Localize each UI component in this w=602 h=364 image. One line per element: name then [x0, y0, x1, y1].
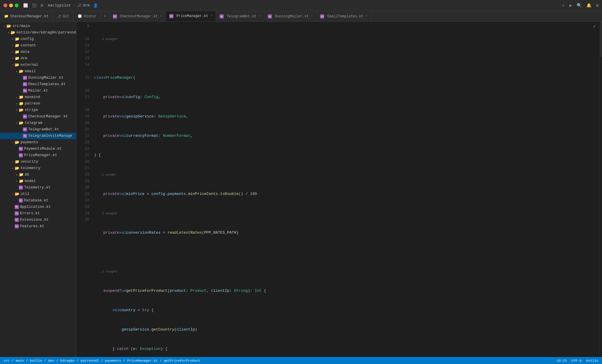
sidebar-item-src-main[interactable]: ▾ 📂 src/main — [0, 23, 76, 29]
user-add-icon[interactable]: 👤 — [93, 3, 98, 8]
chevron-down-icon: ▾ — [11, 140, 15, 144]
spacer — [19, 89, 23, 93]
sidebar-item-telemetry-kt[interactable]: kt Telemetry.kt — [0, 184, 76, 191]
spacer — [11, 224, 15, 228]
code-content[interactable]: 4 usages class PriceManager( private val… — [92, 22, 600, 357]
folder-icon: 📂 — [15, 192, 19, 196]
close-icon[interactable]: × — [210, 14, 212, 18]
sidebar-item-content[interactable]: ▸ 📁 content — [0, 42, 76, 49]
sidebar-item-telemetry[interactable]: ▾ 📂 telemetry — [0, 165, 76, 171]
close-icon[interactable]: × — [160, 15, 162, 18]
chevron-right-icon: ▸ — [15, 179, 19, 183]
files-label: CheckoutManager.kt — [10, 14, 49, 18]
sidebar-item-stripe[interactable]: ▾ 📂 stripe — [0, 107, 76, 113]
sidebar-item-telegram-invite-manager[interactable]: kt TelegramInviteManage — [0, 133, 76, 139]
lightning-icon[interactable]: ⚡ — [562, 3, 565, 9]
sidebar-item-errors[interactable]: kt Errors.kt — [0, 210, 76, 217]
code-line: private val currencyFormat: NumberFormat… — [94, 133, 600, 139]
folder-icon: 📂 — [6, 24, 11, 28]
sidebar-item-checkout-manager[interactable]: kt CheckoutManager.kt — [0, 113, 76, 120]
chevron-right-icon: ▸ — [15, 102, 19, 106]
cursor-position[interactable]: 33:25 — [557, 359, 567, 363]
tab-email-templates[interactable]: kt EmailTemplates.kt × — [317, 11, 371, 21]
maximize-button[interactable] — [15, 4, 19, 7]
minimap-slider[interactable] — [600, 22, 602, 57]
close-icon[interactable]: × — [366, 15, 367, 18]
sidebar-item-external[interactable]: ▾ 📂 external — [0, 62, 76, 68]
tab-git[interactable]: ⎇ Git — [53, 11, 74, 21]
sidebar-item-drm[interactable]: ▸ 📁 drm — [0, 55, 76, 62]
code-line: private val conversionRates = readLatest… — [94, 230, 600, 236]
sidebar-item-security[interactable]: ▸ 📁 security — [0, 159, 76, 165]
split-icon[interactable]: ⊞ — [41, 3, 43, 8]
file-icon: kt — [23, 114, 27, 119]
spacer — [19, 127, 23, 132]
language[interactable]: Kotlin — [586, 359, 598, 363]
file-icon: kt — [19, 153, 23, 157]
sidebar-item-extensions[interactable]: kt Extensions.kt — [0, 217, 76, 223]
sidebar-item-payments-module[interactable]: kt PaymentsModule.kt — [0, 146, 76, 152]
sidebar-toggle-icon[interactable]: ⬜ — [23, 3, 28, 8]
main-content: ▾ 📂 src/main ▾ 📂 kotlin/dev/kdrag0n/patr… — [0, 22, 602, 357]
close-button[interactable] — [4, 4, 7, 7]
sidebar-item-maxmind[interactable]: ▸ 📁 maxmind — [0, 94, 76, 100]
tab-telegram-bot[interactable]: kt TelegramBot.kt × — [216, 11, 264, 21]
tab-files[interactable]: 📁 CheckoutManager.kt — [0, 11, 53, 21]
settings-icon[interactable]: ⚙ — [596, 3, 598, 8]
breadcrumb: src / main / kotlin / dev / kdrag0n / pa… — [4, 359, 200, 363]
chevron-down-icon: ▾ — [15, 108, 19, 112]
tab-label: EmailTemplates.kt — [327, 14, 363, 18]
encoding[interactable]: UTF-8 — [571, 359, 582, 363]
file-icon: kt — [23, 127, 27, 132]
new-tab-button[interactable]: + — [101, 11, 109, 21]
sidebar-item-data[interactable]: ▸ 📁 data — [0, 49, 76, 55]
spacer — [15, 147, 19, 151]
minimize-button[interactable] — [9, 4, 13, 7]
sidebar-item-mailer[interactable]: kt Mailer.kt — [0, 87, 76, 94]
tab-dunning-mailer[interactable]: kt DunningMailer.kt × — [264, 11, 317, 21]
sidebar-item-kotlin[interactable]: ▾ 📂 kotlin/dev/kdrag0n/patreondl — [0, 29, 76, 36]
file-icon: kt — [320, 14, 324, 18]
sidebar-item-db[interactable]: ▸ 📁 db — [0, 171, 76, 178]
tab-bar: 📁 CheckoutManager.kt ⎇ Git 🕐 Histor + kt… — [0, 11, 602, 22]
bell-icon[interactable]: 🔔 — [586, 3, 591, 8]
file-icon: kt — [15, 205, 19, 209]
git-icon: ⎇ — [77, 3, 81, 8]
sidebar-item-price-manager[interactable]: kt PriceManager.kt — [0, 152, 76, 159]
app-title: earlypilot · ⎇ drm 👤 — [48, 3, 98, 8]
sidebar-item-database[interactable]: kt Database.kt — [0, 197, 76, 204]
spacer — [19, 114, 23, 119]
close-icon[interactable]: × — [311, 15, 313, 18]
code-view[interactable]: 9 10 11 12 13 14 15 16 17 18 19 20 21 22… — [76, 22, 602, 357]
file-icon: kt — [23, 76, 27, 80]
sidebar-item-patreon[interactable]: ▸ 📁 patreon — [0, 100, 76, 107]
search-icon[interactable]: 🔍 — [577, 3, 582, 8]
sidebar-item-telegram-bot[interactable]: kt TelegramBot.kt — [0, 126, 76, 133]
folder-icon: 📂 — [15, 166, 19, 171]
title-bar: ⬜ ⬛ ⊞ earlypilot · ⎇ drm 👤 ⚡ ▶ 🔍 🔔 ⚙ — [0, 0, 602, 11]
sidebar-item-model[interactable]: ▸ 📁 model — [0, 178, 76, 184]
folder-icon: 📂 — [15, 140, 19, 145]
code-editor[interactable]: ✓ 9 10 11 12 13 14 15 16 17 18 19 20 21 — [76, 22, 602, 357]
sidebar-item-payments[interactable]: ▾ 📂 payments — [0, 139, 76, 146]
close-icon[interactable]: × — [259, 15, 260, 18]
sidebar-item-email[interactable]: ▾ 📂 email — [0, 68, 76, 75]
sidebar-item-features[interactable]: kt Features.kt — [0, 223, 76, 230]
sidebar-item-dunning-mailer[interactable]: kt DunningMailer.kt — [0, 75, 76, 81]
chevron-down-icon: ▾ — [6, 31, 11, 35]
sidebar-item-application[interactable]: kt Application.kt — [0, 204, 76, 210]
folder-icon: 📁 — [15, 56, 19, 61]
tab-price-manager[interactable]: kt PriceManager.kt × — [166, 11, 216, 21]
sidebar-item-util[interactable]: ▾ 📂 util — [0, 191, 76, 197]
sidebar-item-telegram[interactable]: ▾ 📂 telegram — [0, 120, 76, 126]
tab-checkout-manager[interactable]: kt CheckoutManager.kt × — [109, 11, 166, 21]
chevron-down-icon: ▾ — [11, 192, 15, 196]
sidebar-item-email-templates[interactable]: kt EmailTemplates.kt — [0, 81, 76, 87]
chevron-right-icon: ▸ — [11, 37, 15, 41]
run-icon[interactable]: ▶ — [569, 3, 572, 8]
sidebar-item-config[interactable]: ▸ 📁 config — [0, 36, 76, 42]
tab-history[interactable]: 🕐 Histor — [73, 11, 101, 21]
file-icon: kt — [113, 14, 117, 18]
layout-icon[interactable]: ⬛ — [32, 3, 37, 8]
code-line: val country = try { — [94, 307, 600, 314]
